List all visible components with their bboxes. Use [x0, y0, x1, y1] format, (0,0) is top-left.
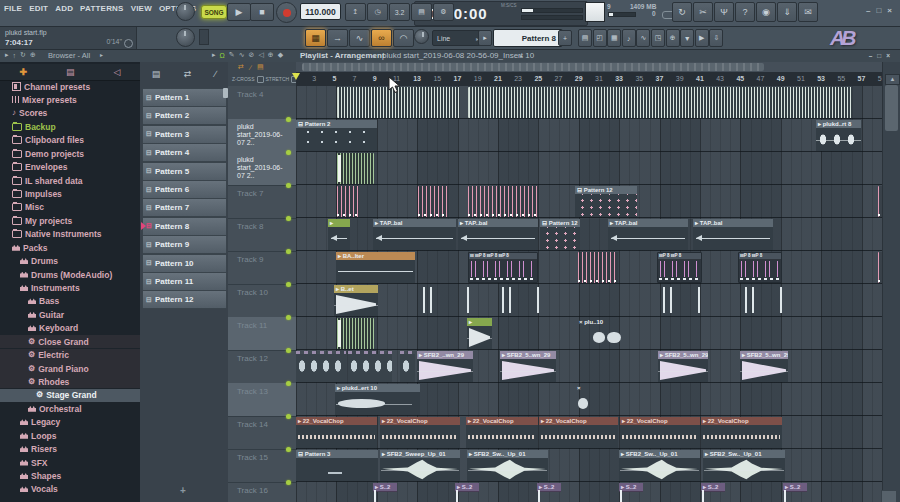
pattern-item-4[interactable]: ⊟Pattern 4	[142, 143, 227, 162]
pattern-item-7[interactable]: ⊟Pattern 7	[142, 198, 227, 217]
browser-path[interactable]: Browser - All	[48, 51, 90, 60]
playlist-clip[interactable]	[468, 87, 852, 118]
track-header-8[interactable]: Track 8	[228, 218, 296, 252]
playlist-clip[interactable]: ▸ SFB2_Sw.._Up_01	[619, 450, 700, 481]
typing-keyboard-icon[interactable]: ↥	[345, 3, 366, 21]
add-tab[interactable]: ✚	[20, 67, 28, 77]
resize-grip[interactable]	[881, 490, 897, 502]
slide-button[interactable]: ∿	[349, 29, 370, 47]
maximize-button[interactable]: □	[876, 6, 881, 15]
playlist-clip[interactable]: ▸ 22_VocalChop	[466, 417, 538, 448]
sync-icon[interactable]: ↻	[672, 2, 692, 22]
pattern-item-11[interactable]: ⊟Pattern 11	[142, 272, 227, 291]
playlist-clip[interactable]	[337, 153, 374, 184]
playlist-clip[interactable]: ▸	[467, 318, 492, 349]
browser-item-impulses[interactable]: Impulses	[0, 187, 152, 200]
playlist-clip[interactable]: ⊟P 8 ⊟P 8	[657, 252, 702, 283]
playlist-clip[interactable]	[296, 351, 346, 382]
browser-item-backup[interactable]: Backup	[0, 120, 152, 133]
track-header-4[interactable]: Track 4	[228, 86, 296, 120]
pianoroll-icon[interactable]: ▤	[578, 29, 592, 47]
playlist-note-line[interactable]	[752, 287, 754, 313]
search-icon[interactable]: ⊕	[30, 51, 36, 59]
browser-item-il-shared-data[interactable]: IL shared data	[0, 174, 152, 187]
horizontal-scroll-thumb[interactable]	[302, 63, 764, 71]
track-header-11[interactable]: Track 11	[228, 317, 296, 351]
track-header-6[interactable]: plukd start_2019-06-07 2..	[228, 152, 296, 186]
browser-item-instruments[interactable]: Instruments▾	[0, 281, 160, 294]
playlist-clip[interactable]: ▸ SFB2_Sw.._Up_01	[703, 450, 785, 481]
snap-selector[interactable]: Line ▸	[432, 30, 484, 46]
playlist-clip[interactable]: ▸	[328, 219, 350, 250]
pattern-item-9[interactable]: ⊟Pattern 9	[142, 235, 227, 254]
playlist-clip[interactable]	[468, 186, 538, 217]
menu-view[interactable]: VIEW	[131, 4, 152, 13]
playlist-window-title[interactable]: Playlist - Arrangement	[300, 51, 385, 60]
playlist-clip[interactable]: ⊟ Pattern 12	[540, 219, 580, 250]
playlist-clip[interactable]	[418, 186, 448, 217]
playlist-clip[interactable]: ▸ 22_VocalChop	[380, 417, 460, 448]
track-header-15[interactable]: Track 15	[228, 449, 296, 483]
graph-icon[interactable]: ◰	[593, 29, 607, 47]
close-button[interactable]: ×	[887, 6, 892, 15]
up-icon[interactable]: ↑	[13, 52, 17, 59]
playlist-clip[interactable]: ▸ 22_VocalChop	[296, 417, 377, 448]
follow-button[interactable]: →	[327, 29, 348, 47]
stop-button[interactable]: ■	[250, 3, 274, 21]
wait-icon[interactable]: ◷	[367, 3, 388, 21]
browser-item-drums-modeaudio-[interactable]: Drums (ModeAudio)	[0, 268, 160, 281]
hint-icon[interactable]: ✉	[798, 2, 818, 22]
playlist-clip[interactable]	[578, 252, 618, 283]
piano-icon[interactable]: ▤	[257, 63, 264, 71]
track-record-led[interactable]	[286, 249, 291, 254]
snap-knob[interactable]	[414, 29, 429, 44]
track-header-9[interactable]: Track 9	[228, 251, 296, 285]
delete-icon[interactable]: ⊘	[249, 51, 255, 59]
playlist-clip[interactable]: ▸ S..2	[455, 483, 479, 502]
pedal-icon[interactable]: ▼	[680, 29, 694, 47]
magnet-button[interactable]: ◠	[393, 29, 414, 47]
slope-icon[interactable]: ∕	[215, 69, 217, 79]
track-record-led[interactable]	[286, 480, 291, 485]
pl-maximize-button[interactable]: □	[877, 52, 881, 59]
playlist-clip[interactable]: ⊟ Pattern 3	[296, 450, 378, 481]
track-record-led[interactable]	[286, 414, 291, 419]
note-icon[interactable]: ♪	[622, 29, 636, 47]
browser-item-legacy[interactable]: Legacy	[0, 416, 160, 429]
track-header-13[interactable]: Track 13	[228, 383, 296, 417]
playlist-note-line[interactable]	[502, 287, 504, 313]
browser-item-mixer-presets[interactable]: Mixer presets	[0, 93, 152, 106]
pattern-item-8[interactable]: ⊟Pattern 8	[142, 217, 227, 236]
export-icon[interactable]: ⇩	[709, 29, 723, 47]
track-record-led[interactable]	[286, 117, 291, 122]
playlist-clip[interactable]: ▸ SFB2_5..wn_29	[500, 351, 556, 382]
playlist-clip[interactable]: ▸ TAP..bal	[693, 219, 773, 250]
save-icon[interactable]: ◉	[756, 2, 776, 22]
menu-file[interactable]: FILE	[4, 4, 22, 13]
pl-minimize-button[interactable]: –	[869, 52, 873, 59]
render-icon[interactable]: ⇓	[777, 2, 797, 22]
track-record-led[interactable]	[286, 447, 291, 452]
playlist-grid[interactable]: ⊟ Pattern 2▸ plukd..rt 8⊟ Pattern 12▸▸ T…	[296, 86, 882, 502]
playlist-clip[interactable]: ▸ S..2	[783, 483, 807, 502]
playlist-clip[interactable]: ▸ B..et	[334, 285, 378, 316]
pattern-item-12[interactable]: ⊟Pattern 12	[142, 290, 227, 309]
playlist-clip[interactable]: ▸ plukd..rt 8	[816, 120, 861, 151]
files-tab[interactable]: ▤	[66, 67, 75, 77]
playlist-note-line[interactable]	[780, 287, 782, 313]
main-volume-knob[interactable]	[176, 2, 195, 21]
track-header-7[interactable]: Track 7	[228, 185, 296, 219]
pianoroll-view-icon[interactable]: ▤	[152, 69, 161, 79]
browser-item-scores[interactable]: ♪Scores	[0, 107, 152, 120]
playlist-clip[interactable]: ▸ 22_VocalChop	[620, 417, 700, 448]
playlist-clip[interactable]: ▸ SFB2_Sweep_Up_01	[380, 450, 460, 481]
playlist-clip[interactable]: ▸ SFB2_..wn_29	[417, 351, 473, 382]
playlist-clip[interactable]: ⊟P 8 ⊟P 8	[738, 252, 782, 283]
playlist-clip[interactable]: ▸ SFB2_5..wn_29	[740, 351, 788, 382]
playlist-note-line[interactable]	[509, 287, 511, 313]
swap-icon[interactable]: ⇄	[184, 69, 192, 79]
pattern-item-3[interactable]: ⊟Pattern 3	[142, 125, 227, 144]
draw-icon[interactable]: ✎	[229, 51, 235, 59]
playlist-clip[interactable]: ⊟ Pattern 2	[296, 120, 377, 151]
track-record-led[interactable]	[286, 150, 291, 155]
